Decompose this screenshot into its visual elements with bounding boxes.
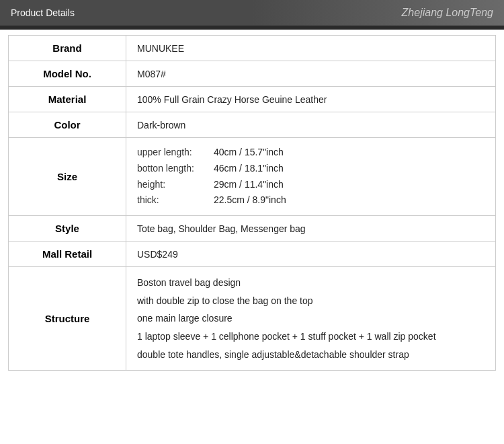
- row-value: Dark-brown: [126, 112, 496, 138]
- row-label: Model No.: [9, 61, 126, 87]
- row-value: M087#: [126, 61, 496, 87]
- structure-line: 1 laptop sleeve + 1 cellphone pocket + 1…: [137, 328, 485, 346]
- row-value: Boston travel bag designwith double zip …: [126, 267, 496, 371]
- size-line: height:29cm / 11.4"inch: [137, 177, 485, 193]
- table-row: StructureBoston travel bag designwith do…: [9, 267, 496, 371]
- table-row: Material100% Full Grain Crazy Horse Geui…: [9, 87, 496, 112]
- row-label: Brand: [9, 36, 126, 61]
- table-row: Mall RetailUSD$249: [9, 242, 496, 267]
- row-value: USD$249: [126, 242, 496, 267]
- size-line: thick:22.5cm / 8.9"inch: [137, 192, 485, 209]
- size-line: upper length:40cm / 15.7"inch: [137, 145, 485, 161]
- row-label: Material: [9, 87, 126, 112]
- structure-line: one main large closure: [137, 309, 485, 328]
- product-details-table: BrandMUNUKEEModel No.M087#Material100% F…: [8, 35, 496, 371]
- header: Product Details Zhejiang LongTeng: [0, 0, 504, 26]
- row-label: Structure: [9, 267, 126, 371]
- row-value: Tote bag, Shoulder Bag, Messenger bag: [126, 216, 496, 242]
- table-row: Sizeupper length:40cm / 15.7"inchbotton …: [9, 138, 496, 216]
- structure-line: double tote handles, single adjustable&d…: [137, 346, 485, 364]
- table-row: ColorDark-brown: [9, 112, 496, 138]
- row-value: upper length:40cm / 15.7"inchbotton leng…: [126, 138, 496, 216]
- structure-line: Boston travel bag design: [137, 274, 485, 292]
- row-label: Mall Retail: [9, 242, 126, 267]
- table-row: Model No.M087#: [9, 61, 496, 87]
- table-row: StyleTote bag, Shoulder Bag, Messenger b…: [9, 216, 496, 242]
- row-value: 100% Full Grain Crazy Horse Geuine Leath…: [126, 87, 496, 112]
- structure-line: with double zip to close the bag on the …: [137, 292, 485, 310]
- header-brand: Zhejiang LongTeng: [402, 7, 493, 19]
- size-line: botton length:46cm / 18.1"inch: [137, 161, 485, 177]
- row-label: Size: [9, 138, 126, 216]
- row-label: Color: [9, 112, 126, 138]
- row-label: Style: [9, 216, 126, 242]
- table-container: BrandMUNUKEEModel No.M087#Material100% F…: [0, 30, 504, 376]
- table-row: BrandMUNUKEE: [9, 36, 496, 61]
- page-wrapper: Product Details Zhejiang LongTeng BrandM…: [0, 0, 504, 444]
- header-title: Product Details: [11, 7, 75, 18]
- row-value: MUNUKEE: [126, 36, 496, 61]
